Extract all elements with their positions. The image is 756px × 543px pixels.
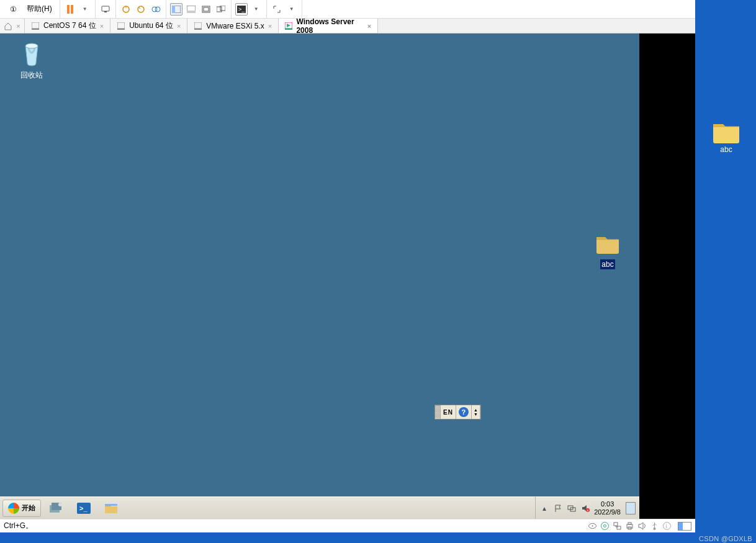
windows-logo-icon bbox=[8, 503, 19, 514]
system-tray: ▴ x 0:03 2022/9/8 bbox=[535, 497, 639, 519]
taskbar-pin-powershell[interactable]: >_ bbox=[72, 500, 96, 517]
status-usb-icon[interactable] bbox=[649, 521, 659, 531]
tab-label: VMware ESXi 5.x bbox=[206, 22, 264, 30]
guest-desktop[interactable]: 回收站 abc EN ? ▲▼ 开始 bbox=[0, 34, 639, 519]
svg-rect-12 bbox=[217, 7, 222, 12]
svg-point-5 bbox=[155, 7, 160, 12]
tray-network-icon[interactable] bbox=[567, 503, 577, 513]
langbar-options-button[interactable]: ▲▼ bbox=[472, 405, 480, 419]
svg-marker-24 bbox=[287, 24, 290, 27]
svg-rect-7 bbox=[172, 6, 175, 13]
svg-point-46 bbox=[663, 523, 670, 530]
stretch-button[interactable] bbox=[271, 3, 283, 16]
close-icon[interactable]: × bbox=[177, 22, 181, 30]
status-network-icon[interactable] bbox=[612, 521, 622, 531]
svg-rect-21 bbox=[194, 29, 202, 30]
status-hint-text: Ctrl+G。 bbox=[4, 521, 33, 531]
snapshot-revert-button[interactable] bbox=[135, 3, 147, 16]
svg-point-28 bbox=[58, 503, 62, 506]
vmware-toolbar: ① 帮助(H) ▼ >_ ▼ ▼ bbox=[0, 0, 756, 19]
svg-text:>_: >_ bbox=[79, 505, 88, 512]
svg-rect-23 bbox=[285, 29, 292, 30]
svg-rect-31 bbox=[105, 504, 117, 506]
start-button[interactable]: 开始 bbox=[2, 500, 41, 517]
snapshot-manager-button[interactable] bbox=[150, 3, 162, 16]
tab-label: Ubuntu 64 位 bbox=[129, 20, 173, 31]
svg-point-38 bbox=[601, 523, 608, 530]
taskbar-pin-server-manager[interactable] bbox=[45, 500, 68, 517]
stretch-dropdown[interactable]: ▼ bbox=[286, 3, 298, 16]
svg-rect-18 bbox=[117, 22, 125, 29]
status-message-icon[interactable]: i bbox=[662, 521, 672, 531]
view-sidebar-button[interactable] bbox=[170, 3, 182, 16]
svg-point-25 bbox=[25, 43, 38, 48]
language-bar[interactable]: EN ? ▲▼ bbox=[434, 405, 481, 420]
view-unity-button[interactable] bbox=[215, 3, 227, 16]
status-harddisk-icon[interactable] bbox=[587, 521, 597, 531]
langbar-language-button[interactable]: EN bbox=[441, 405, 456, 419]
tab-centos[interactable]: CentOS 7 64 位 × bbox=[25, 19, 110, 33]
console-dropdown[interactable]: ▼ bbox=[250, 3, 263, 16]
svg-rect-17 bbox=[32, 29, 39, 30]
power-menu-dropdown[interactable]: ▼ bbox=[79, 3, 91, 16]
icon-label: 回收站 bbox=[19, 70, 44, 81]
close-icon[interactable]: × bbox=[16, 22, 20, 30]
tab-windows-server[interactable]: Windows Server 2008 × bbox=[279, 19, 378, 33]
svg-rect-19 bbox=[117, 29, 125, 30]
langbar-drag-handle[interactable] bbox=[435, 405, 441, 419]
status-sound-icon[interactable] bbox=[637, 521, 647, 531]
tab-ubuntu[interactable]: Ubuntu 64 位 × bbox=[110, 19, 187, 33]
taskbar-pin-explorer[interactable] bbox=[99, 500, 123, 517]
tray-expand-icon[interactable]: ▴ bbox=[539, 503, 549, 513]
host-desktop[interactable]: abc bbox=[695, 0, 756, 532]
langbar-help-button[interactable]: ? bbox=[456, 405, 472, 419]
tray-clock[interactable]: 0:03 2022/9/8 bbox=[594, 500, 621, 515]
tab-label: Windows Server 2008 bbox=[296, 17, 363, 35]
svg-text:>_: >_ bbox=[238, 6, 245, 12]
svg-rect-16 bbox=[32, 22, 39, 29]
vm-running-icon bbox=[285, 22, 292, 30]
host-folder-abc-icon[interactable]: abc bbox=[704, 118, 749, 154]
svg-rect-42 bbox=[627, 524, 632, 528]
console-button[interactable]: >_ bbox=[235, 3, 248, 16]
close-icon[interactable]: × bbox=[100, 22, 104, 30]
home-icon bbox=[4, 22, 12, 30]
clock-date: 2022/9/8 bbox=[594, 508, 621, 516]
close-icon[interactable]: × bbox=[268, 22, 272, 30]
vm-icon bbox=[194, 22, 202, 30]
tab-label: CentOS 7 64 位 bbox=[43, 20, 96, 31]
clock-time: 0:03 bbox=[594, 500, 621, 508]
icon-label: abc bbox=[704, 145, 749, 154]
host-taskbar[interactable] bbox=[0, 532, 756, 543]
home-tab[interactable]: × bbox=[0, 19, 25, 33]
menu-help[interactable]: 帮助(H) bbox=[23, 4, 56, 14]
svg-rect-20 bbox=[194, 22, 202, 29]
svg-point-39 bbox=[603, 525, 606, 527]
svg-point-45 bbox=[653, 527, 655, 530]
start-label: 开始 bbox=[22, 503, 35, 513]
view-fullscreen-button[interactable] bbox=[200, 3, 212, 16]
close-icon[interactable]: × bbox=[367, 22, 371, 30]
svg-rect-40 bbox=[614, 523, 618, 526]
svg-rect-43 bbox=[628, 523, 631, 524]
tray-flag-icon[interactable] bbox=[553, 503, 563, 513]
vm-icon bbox=[117, 22, 125, 30]
status-printer-icon[interactable] bbox=[624, 521, 634, 531]
show-desktop-button[interactable] bbox=[626, 502, 636, 514]
tab-esxi[interactable]: VMware ESXi 5.x × bbox=[187, 19, 279, 33]
tray-volume-icon[interactable]: x bbox=[580, 503, 590, 513]
recycle-bin-icon[interactable]: 回收站 bbox=[9, 38, 55, 81]
vmware-status-bar: Ctrl+G。 i bbox=[0, 519, 695, 532]
send-ctrl-alt-del-button[interactable] bbox=[99, 3, 112, 16]
svg-point-37 bbox=[592, 526, 593, 527]
folder-abc-icon[interactable]: abc bbox=[585, 228, 631, 269]
snapshot-take-button[interactable] bbox=[120, 3, 132, 16]
pause-vm-button[interactable] bbox=[64, 3, 76, 16]
svg-rect-1 bbox=[104, 11, 107, 12]
status-sidebar-toggle[interactable] bbox=[678, 522, 691, 531]
icon-label: abc bbox=[600, 259, 614, 269]
status-cd-icon[interactable] bbox=[600, 521, 610, 531]
view-console-button[interactable] bbox=[185, 3, 197, 16]
vm-tab-bar: × CentOS 7 64 位 × Ubuntu 64 位 × VMware E… bbox=[0, 19, 756, 34]
menu-item-1[interactable]: ① bbox=[6, 5, 20, 14]
